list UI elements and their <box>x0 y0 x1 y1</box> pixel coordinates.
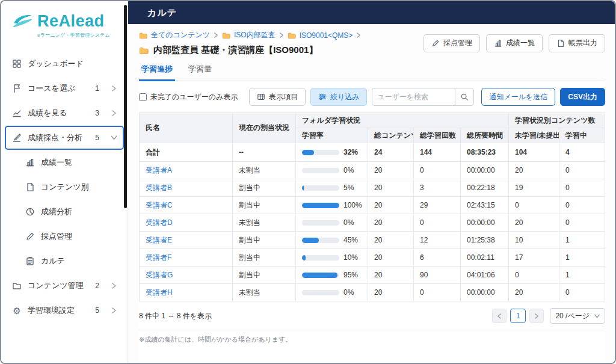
sidebar-scrollbar[interactable] <box>124 5 127 208</box>
breadcrumb-link[interactable]: ISO9001<QMS> <box>300 31 353 40</box>
col-header-total-count: 総学習回数 <box>414 128 461 143</box>
student-name-link[interactable]: 合計 <box>146 148 160 156</box>
button-label: 帳票出力 <box>568 38 597 48</box>
search-button[interactable] <box>455 88 474 106</box>
table-row: 受講者A 未割当 0% 20 0 00:00:00 20 0 <box>140 162 605 179</box>
csv-export-button[interactable]: CSV出力 <box>560 88 605 106</box>
progress-percent-label: 0% <box>343 218 354 227</box>
sidebar-item-learning-env-settings[interactable]: ⚙ 学習環境設定 5 <box>5 298 124 322</box>
page-head: 全てのコンテンツ ISO内部監査 ISO9001<QMS> 内部監査員 基礎・演… <box>139 30 605 56</box>
in-progress-cell: 0 <box>559 214 605 232</box>
filter-button[interactable]: 絞り込み <box>310 88 368 106</box>
table-row: 受講者C 割当中 100% 20 29 02:43:15 0 0 <box>140 197 605 214</box>
count-badge: 3 <box>95 109 99 117</box>
user-search <box>372 88 474 106</box>
progress-bar-fill <box>302 273 337 278</box>
tab-learning-progress[interactable]: 学習進捗 <box>139 61 175 81</box>
progress-percent-label: 95% <box>343 271 358 279</box>
progress-bar <box>302 185 339 191</box>
total-count-cell: 12 <box>414 232 461 249</box>
report-export-button[interactable]: 帳票出力 <box>549 34 605 52</box>
not-started-cell: 19 <box>509 179 559 197</box>
not-started-cell: 0 <box>509 267 559 284</box>
sidebar-item-grading-management[interactable]: 採点管理 <box>5 224 124 248</box>
sidebar-item-label: カルテ <box>41 256 65 267</box>
student-name-link[interactable]: 受講者D <box>146 218 173 227</box>
bar-chart-icon <box>494 39 502 48</box>
progress-bar <box>302 238 339 243</box>
progress-bar <box>302 168 339 173</box>
progress-percent-label: 0% <box>343 166 354 174</box>
rate-cell: 0% <box>296 162 368 179</box>
search-input[interactable] <box>372 88 455 106</box>
not-started-cell: 20 <box>509 214 559 232</box>
sidebar-item-label: 成績一覧 <box>41 157 72 168</box>
sidebar-item-grading-analysis[interactable]: 成績採点・分析 5 <box>5 126 124 150</box>
table-row: 受講者E 割当中 45% 20 12 01:25:38 10 1 <box>140 232 605 249</box>
assign-status-cell: 未割当 <box>233 162 296 179</box>
send-notification-mail-button[interactable]: 通知メールを送信 <box>481 88 555 106</box>
progress-bar <box>302 255 339 261</box>
progress-bar <box>302 273 339 278</box>
breadcrumb-link[interactable]: ISO内部監査 <box>234 30 276 40</box>
student-name-link[interactable]: 受講者E <box>146 236 172 244</box>
sidebar-item-label: コンテンツ管理 <box>28 280 84 291</box>
sidebar-item-grade-analysis[interactable]: 成績分析 <box>5 200 124 224</box>
page-title: 内部監査員 基礎・演習講座【ISO9001】 <box>153 45 318 56</box>
sidebar-item-by-content[interactable]: コンテンツ別 <box>5 175 124 199</box>
sidebar-item-dashboard[interactable]: ダッシュボード <box>5 52 124 76</box>
app-window: ReAlead eラーニング・学習管理システム ダッシュボード コースを選ぶ 1 <box>0 0 616 364</box>
sidebar-item-view-grades[interactable]: 成績を見る 3 <box>5 101 124 125</box>
total-count-cell: 29 <box>414 197 461 214</box>
incomplete-only-checkbox[interactable] <box>139 93 147 101</box>
total-count-cell: 6 <box>414 249 461 267</box>
chevron-down-icon <box>111 135 117 141</box>
sidebar-item-grade-list[interactable]: 成績一覧 <box>5 150 124 174</box>
in-progress-cell: 0 <box>559 197 605 214</box>
col-header-total-time: 総所要時間 <box>461 128 509 143</box>
total-time-cell: 01:25:38 <box>461 232 509 249</box>
progress-bar-fill <box>302 203 339 208</box>
page-title-row: 内部監査員 基礎・演習講座【ISO9001】 <box>139 45 361 56</box>
clipboard-icon <box>25 256 35 266</box>
tab-learning-volume[interactable]: 学習量 <box>186 61 214 81</box>
breadcrumb-link[interactable]: 全てのコンテンツ <box>151 30 210 40</box>
sidebar-item-karte[interactable]: カルテ <box>5 249 124 273</box>
not-started-cell: 0 <box>509 197 559 214</box>
student-name-link[interactable]: 受講者G <box>146 271 173 279</box>
main-area: カルテ 全てのコンテンツ ISO内部監査 ISO9001<QMS> <box>128 1 615 363</box>
progress-bar-fill <box>302 238 319 243</box>
student-name-link[interactable]: 受講者B <box>146 184 172 192</box>
student-name-link[interactable]: 受講者F <box>146 253 171 262</box>
page-number-button[interactable]: 1 <box>510 309 526 323</box>
display-items-button[interactable]: 表示項目 <box>249 88 306 106</box>
total-count-cell: 3 <box>414 179 461 197</box>
chevron-separator-icon <box>356 32 361 38</box>
search-icon <box>460 93 469 101</box>
student-name-link[interactable]: 受講者C <box>146 201 173 209</box>
student-name-link[interactable]: 受講者A <box>146 166 172 174</box>
sidebar-item-content-management[interactable]: コンテンツ管理 2 <box>5 274 124 298</box>
grading-management-button[interactable]: 採点管理 <box>424 34 480 52</box>
table-toolbar: 表示項目 絞り込み 通知メールを送 <box>249 88 605 106</box>
prev-page-button[interactable] <box>492 309 507 323</box>
gear-icon: ⚙ <box>12 306 22 315</box>
app-logo[interactable]: ReAlead eラーニング・学習管理システム <box>1 8 128 43</box>
col-header-not-started: 未学習/未提出 <box>509 128 559 143</box>
tabs: 学習進捗 学習量 <box>139 61 605 81</box>
total-count-cell: 0 <box>414 214 461 232</box>
rate-cell: 95% <box>296 267 368 284</box>
sidebar-item-choose-course[interactable]: コースを選ぶ 1 <box>5 76 124 100</box>
per-page-select[interactable]: 20 /ページ <box>550 308 605 324</box>
progress-bar-fill <box>302 185 304 191</box>
button-label: 採点管理 <box>443 38 472 48</box>
student-name-link[interactable]: 受講者H <box>146 288 173 297</box>
sidebar: ReAlead eラーニング・学習管理システム ダッシュボード コースを選ぶ 1 <box>1 1 128 363</box>
rate-cell: 32% <box>296 143 368 162</box>
not-started-cell: 20 <box>509 284 559 301</box>
grade-list-button[interactable]: 成績一覧 <box>486 34 543 52</box>
assign-status-cell: 割当中 <box>233 267 296 284</box>
next-page-button[interactable] <box>529 309 544 323</box>
document-icon <box>556 39 565 48</box>
pen-icon <box>25 232 35 241</box>
